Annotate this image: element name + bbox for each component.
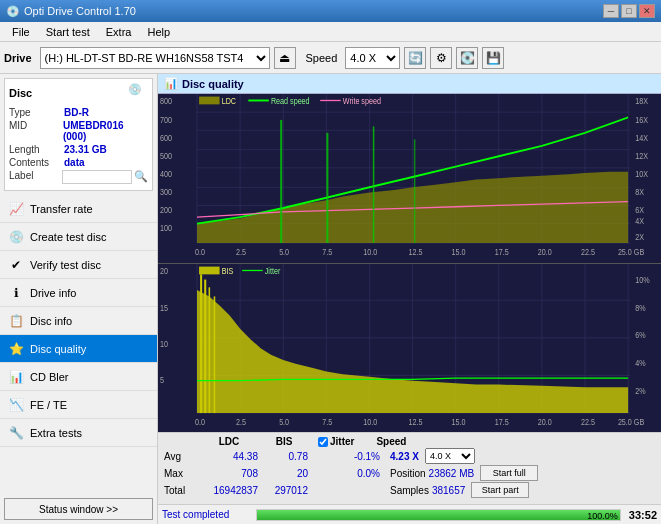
length-value: 23.31 GB	[64, 144, 107, 155]
bottom-bar: Test completed 100.0% 33:52	[158, 504, 661, 524]
menu-help[interactable]: Help	[139, 24, 178, 40]
media-button[interactable]: 💽	[456, 47, 478, 69]
main-layout: Disc 💿 Type BD-R MID UMEBDR016 (000) Len…	[0, 74, 661, 524]
svg-text:18X: 18X	[635, 97, 648, 107]
bis-total: 297012	[260, 485, 308, 496]
mid-value: UMEBDR016 (000)	[63, 120, 148, 142]
svg-text:17.5: 17.5	[495, 416, 509, 426]
disc-panel: Disc 💿 Type BD-R MID UMEBDR016 (000) Len…	[4, 78, 153, 191]
jitter-checkbox[interactable]	[318, 437, 328, 447]
menu-file[interactable]: File	[4, 24, 38, 40]
speed-result-select[interactable]: 4.0 X	[425, 448, 475, 464]
svg-text:10: 10	[160, 339, 168, 349]
label-input[interactable]	[62, 170, 132, 184]
create-test-label: Create test disc	[30, 231, 106, 243]
svg-text:20.0: 20.0	[538, 247, 552, 257]
titlebar-title: 💿 Opti Drive Control 1.70	[6, 5, 136, 18]
drive-label: Drive	[4, 52, 32, 64]
sidebar-item-verify-test-disc[interactable]: ✔ Verify test disc	[0, 251, 157, 279]
svg-text:400: 400	[160, 169, 172, 179]
eject-button[interactable]: ⏏	[274, 47, 296, 69]
sidebar-item-disc-info[interactable]: 📋 Disc info	[0, 307, 157, 335]
svg-text:100: 100	[160, 224, 172, 234]
cd-bler-icon: 📊	[8, 369, 24, 385]
ldc-total: 16942837	[200, 485, 258, 496]
svg-text:2.5: 2.5	[236, 247, 246, 257]
charts-area: 800 700 600 500 400 300 200 100 18X 16X …	[158, 94, 661, 432]
drive-select[interactable]: (H:) HL-DT-ST BD-RE WH16NS58 TST4	[40, 47, 270, 69]
svg-text:2%: 2%	[635, 385, 645, 395]
disc-info-icon: 📋	[8, 313, 24, 329]
close-button[interactable]: ✕	[639, 4, 655, 18]
menubar: File Start test Extra Help	[0, 22, 661, 42]
position-label: Position	[390, 468, 426, 479]
sidebar-item-extra-tests[interactable]: 🔧 Extra tests	[0, 419, 157, 447]
svg-text:10.0: 10.0	[363, 247, 377, 257]
extra-tests-icon: 🔧	[8, 425, 24, 441]
stats-table: LDC BIS Jitter Speed Avg 44.38 0.78	[164, 436, 655, 498]
svg-text:20: 20	[160, 266, 168, 276]
svg-text:4%: 4%	[635, 358, 645, 368]
start-part-button[interactable]: Start part	[471, 482, 529, 498]
svg-text:17.5: 17.5	[495, 247, 509, 257]
extra-tests-label: Extra tests	[30, 427, 82, 439]
disc-type-row: Type BD-R	[9, 107, 148, 118]
sidebar-item-drive-info[interactable]: ℹ Drive info	[0, 279, 157, 307]
toolbar: Drive (H:) HL-DT-ST BD-RE WH16NS58 TST4 …	[0, 42, 661, 74]
status-text: Test completed	[162, 509, 252, 520]
progress-pct: 100.0%	[587, 510, 618, 522]
svg-text:10.0: 10.0	[363, 416, 377, 426]
sidebar-item-cd-bler[interactable]: 📊 CD Bler	[0, 363, 157, 391]
speed-select[interactable]: 4.0 X	[345, 47, 400, 69]
type-value: BD-R	[64, 107, 89, 118]
fe-te-icon: 📉	[8, 397, 24, 413]
maximize-button[interactable]: □	[621, 4, 637, 18]
svg-text:BIS: BIS	[222, 266, 234, 276]
svg-text:7.5: 7.5	[322, 416, 332, 426]
disc-icon: 💿	[128, 83, 148, 103]
sidebar-item-transfer-rate[interactable]: 📈 Transfer rate	[0, 195, 157, 223]
position-section: Position 23862 MB	[390, 468, 474, 479]
verify-test-label: Verify test disc	[30, 259, 101, 271]
cd-bler-label: CD Bler	[30, 371, 69, 383]
svg-text:200: 200	[160, 205, 172, 215]
svg-text:10X: 10X	[635, 169, 648, 179]
status-window-button[interactable]: Status window >>	[4, 498, 153, 520]
stats-header: LDC BIS Jitter Speed	[200, 436, 655, 447]
settings-button[interactable]: ⚙	[430, 47, 452, 69]
max-row: Max 708 20 0.0% Position 23862 MB Start …	[164, 465, 655, 481]
refresh-button[interactable]: 🔄	[404, 47, 426, 69]
position-value: 23862 MB	[429, 468, 475, 479]
transfer-rate-label: Transfer rate	[30, 203, 93, 215]
svg-text:6X: 6X	[635, 205, 644, 215]
menu-extra[interactable]: Extra	[98, 24, 140, 40]
create-test-icon: 💿	[8, 229, 24, 245]
label-icon[interactable]: 🔍	[134, 170, 148, 184]
verify-test-icon: ✔	[8, 257, 24, 273]
svg-text:0.0: 0.0	[195, 416, 205, 426]
sidebar-item-fe-te[interactable]: 📉 FE / TE	[0, 391, 157, 419]
bis-avg: 0.78	[260, 451, 308, 462]
top-chart-svg: 800 700 600 500 400 300 200 100 18X 16X …	[158, 94, 661, 263]
jitter-section: Jitter	[318, 436, 354, 447]
dq-chart-icon: 📊	[164, 77, 178, 90]
disc-label-row: Label 🔍	[9, 170, 148, 184]
avg-row: Avg 44.38 0.78 -0.1% 4.23 X 4.0 X	[164, 448, 655, 464]
jitter-header: Jitter	[330, 436, 354, 447]
disc-quality-header: 📊 Disc quality	[158, 74, 661, 94]
start-full-button[interactable]: Start full	[480, 465, 538, 481]
sidebar-item-disc-quality[interactable]: ⭐ Disc quality	[0, 335, 157, 363]
titlebar: 💿 Opti Drive Control 1.70 ─ □ ✕	[0, 0, 661, 22]
total-row: Total 16942837 297012 Samples 381657 Sta…	[164, 482, 655, 498]
time-display: 33:52	[629, 509, 657, 521]
disc-info-label: Disc info	[30, 315, 72, 327]
save-button[interactable]: 💾	[482, 47, 504, 69]
length-label: Length	[9, 144, 64, 155]
ldc-header: LDC	[200, 436, 258, 447]
bis-max: 20	[260, 468, 308, 479]
bottom-chart: 20 15 10 5 10% 8% 6% 4% 2% 0.0 2.5 5.0 7…	[158, 264, 661, 433]
disc-header: Disc 💿	[9, 83, 148, 103]
menu-start-test[interactable]: Start test	[38, 24, 98, 40]
minimize-button[interactable]: ─	[603, 4, 619, 18]
sidebar-item-create-test-disc[interactable]: 💿 Create test disc	[0, 223, 157, 251]
